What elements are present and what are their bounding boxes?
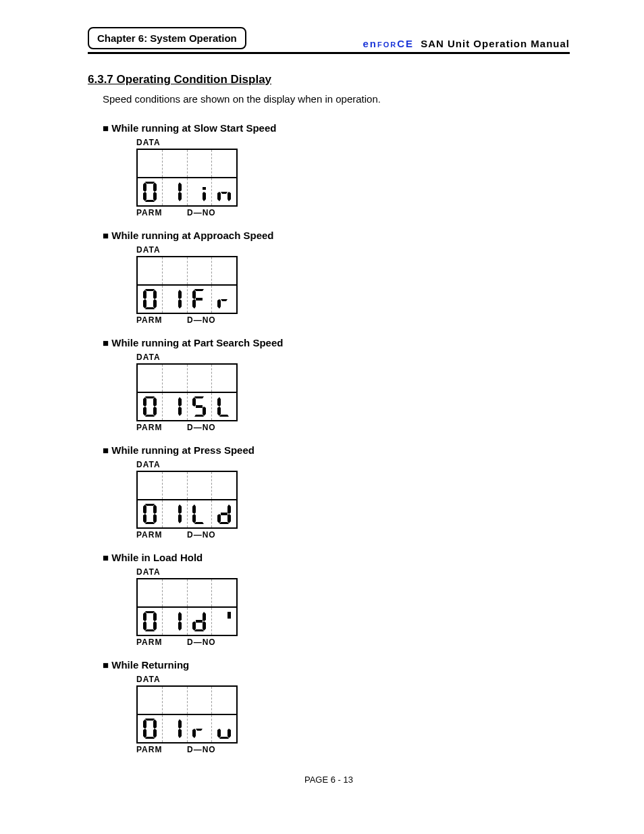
- lcd-cell-blank: [163, 472, 188, 499]
- condition-title: ■ While running at Press Speed: [103, 444, 570, 456]
- manual-title: enFORCE SAN Unit Operation Manual: [363, 38, 570, 49]
- lcd-label-parm: PARM: [136, 208, 187, 217]
- lcd-cell-blank: [212, 257, 236, 284]
- lcd-display: DATAPARMD—NO: [136, 138, 238, 217]
- lcd-digit: [163, 286, 188, 313]
- lcd-label-dno: D—NO: [187, 208, 216, 217]
- lcd-cell-blank: [138, 365, 163, 392]
- lcd-display: DATAPARMD—NO: [136, 245, 238, 325]
- lcd-digit: [212, 178, 236, 205]
- lcd-label-parm: PARM: [136, 423, 187, 432]
- lcd-display: DATAPARMD—NO: [136, 353, 238, 432]
- lcd-label-data: DATA: [136, 460, 238, 469]
- lcd-cell-blank: [163, 579, 188, 606]
- lcd-cell-blank: [163, 257, 188, 284]
- page-footer: PAGE 6 - 13: [88, 775, 570, 785]
- condition-block: ■ While running at Slow Start SpeedDATAP…: [103, 122, 570, 217]
- lcd-digit: [138, 178, 163, 205]
- enforce-logo: enFORCE: [363, 38, 418, 49]
- lcd-cell-blank: [212, 150, 236, 177]
- lcd-display: DATAPARMD—NO: [136, 460, 238, 540]
- lcd-label-dno: D—NO: [187, 745, 216, 754]
- lcd-digit: [163, 608, 188, 635]
- lcd-label-parm: PARM: [136, 530, 187, 540]
- lcd-cell-blank: [188, 365, 213, 392]
- lcd-display: DATAPARMD—NO: [136, 675, 238, 754]
- page-header: Chapter 6: System Operation enFORCE SAN …: [88, 27, 570, 49]
- lcd-label-parm: PARM: [136, 745, 187, 754]
- lcd-digit: [212, 715, 236, 742]
- lcd-label-dno: D—NO: [187, 530, 216, 540]
- lcd-cell-blank: [138, 579, 163, 606]
- condition-title: ■ While in Load Hold: [103, 552, 570, 563]
- lcd-label-dno: D—NO: [187, 315, 216, 325]
- header-rule: [88, 52, 570, 54]
- lcd-cell-blank: [188, 257, 213, 284]
- lcd-cell-blank: [188, 150, 213, 177]
- lcd-digit: [188, 715, 213, 742]
- lcd-digit: [138, 608, 163, 635]
- lcd-digit: [188, 393, 213, 420]
- lcd-label-dno: D—NO: [187, 637, 216, 647]
- condition-title: ■ While running at Slow Start Speed: [103, 122, 570, 134]
- lcd-digit: [163, 178, 188, 205]
- lcd-digit: [212, 393, 236, 420]
- lcd-cell-blank: [138, 687, 163, 714]
- lcd-cell-blank: [212, 687, 236, 714]
- lcd-label-parm: PARM: [136, 315, 187, 325]
- lcd-digit: [212, 286, 236, 313]
- lcd-cell-blank: [163, 150, 188, 177]
- lcd-cell-blank: [212, 472, 236, 499]
- lcd-cell-blank: [188, 579, 213, 606]
- section-heading: 6.3.7 Operating Condition Display: [88, 73, 570, 86]
- lcd-digit: [163, 393, 188, 420]
- lcd-cell-blank: [138, 257, 163, 284]
- lcd-digit: [163, 715, 188, 742]
- lcd-label-data: DATA: [136, 353, 238, 362]
- lcd-cell-blank: [188, 687, 213, 714]
- lcd-digit: [138, 500, 163, 527]
- lcd-cell-blank: [138, 150, 163, 177]
- lcd-cell-blank: [163, 687, 188, 714]
- lcd-digit: [163, 500, 188, 527]
- lcd-label-data: DATA: [136, 138, 238, 147]
- condition-block: ■ While in Load HoldDATAPARMD—NO: [103, 552, 570, 647]
- condition-block: ■ While running at Approach SpeedDATAPAR…: [103, 230, 570, 325]
- lcd-label-data: DATA: [136, 675, 238, 684]
- lcd-digit: [188, 608, 213, 635]
- condition-title: ■ While running at Approach Speed: [103, 230, 570, 241]
- lcd-label-dno: D—NO: [187, 423, 216, 432]
- lcd-digit: [138, 715, 163, 742]
- lcd-cell-blank: [212, 579, 236, 606]
- lcd-cell-blank: [212, 365, 236, 392]
- condition-block: ■ While running at Press SpeedDATAPARMD—…: [103, 444, 570, 540]
- lcd-label-parm: PARM: [136, 637, 187, 647]
- condition-title: ■ While running at Part Search Speed: [103, 337, 570, 348]
- lcd-display: DATAPARMD—NO: [136, 567, 238, 647]
- condition-title: ■ While Returning: [103, 659, 570, 671]
- lcd-cell-blank: [163, 365, 188, 392]
- condition-block: ■ While running at Part Search SpeedDATA…: [103, 337, 570, 432]
- lcd-digit: [188, 178, 213, 205]
- lcd-cell-blank: [188, 472, 213, 499]
- chapter-box: Chapter 6: System Operation: [88, 27, 246, 49]
- lcd-label-data: DATA: [136, 567, 238, 577]
- lcd-digit: [188, 500, 213, 527]
- condition-block: ■ While ReturningDATAPARMD—NO: [103, 659, 570, 754]
- section-intro: Speed conditions are shown on the displa…: [103, 93, 570, 105]
- lcd-digit: [212, 500, 236, 527]
- lcd-digit: [138, 393, 163, 420]
- lcd-label-data: DATA: [136, 245, 238, 255]
- lcd-cell-blank: [138, 472, 163, 499]
- lcd-digit: [138, 286, 163, 313]
- lcd-digit: [212, 608, 236, 635]
- lcd-digit: [188, 286, 213, 313]
